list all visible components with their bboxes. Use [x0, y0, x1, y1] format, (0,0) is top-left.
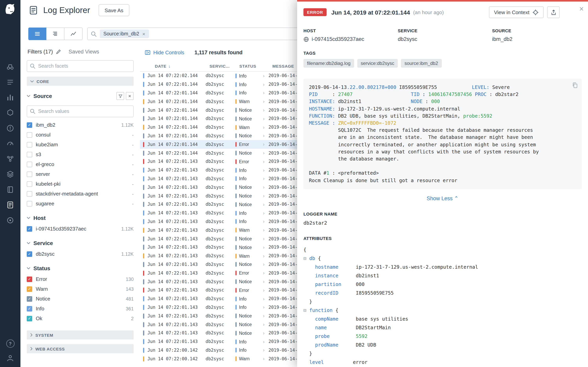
query-filter-chip[interactable]: Source:ibm_db2 × [100, 30, 149, 38]
facet-row[interactable]: server- [27, 169, 134, 179]
attribute-row[interactable]: partition 000 [303, 280, 582, 289]
attribute-row[interactable]: prodName DB2 UDB [303, 341, 582, 349]
facet-checkbox[interactable] [27, 152, 32, 157]
web-access-section-toggle[interactable]: WEB ACCESS [27, 344, 134, 353]
log-status-label: Info [239, 305, 246, 310]
facet-checkbox[interactable] [27, 201, 32, 206]
facet-row[interactable]: ✓Info361 [27, 304, 134, 314]
datadog-logo[interactable] [4, 3, 17, 16]
core-section-toggle[interactable]: CORE [27, 77, 134, 86]
attribute-row[interactable]: } [303, 349, 582, 358]
facet-row[interactable]: ✓Error130 [27, 274, 134, 284]
facet-row[interactable]: s3- [27, 150, 134, 159]
synthetics-icon[interactable] [6, 216, 15, 225]
edit-pencil-icon[interactable] [56, 49, 61, 54]
tab-saved-views[interactable]: Saved Views [69, 49, 99, 55]
facet-checkbox[interactable]: ✓ [27, 226, 32, 232]
search-values-input[interactable] [27, 105, 134, 117]
facet-checkbox[interactable]: ✓ [27, 296, 32, 301]
facet-row[interactable]: consul- [27, 130, 134, 140]
facet-checkbox[interactable] [27, 132, 32, 137]
facet-header-status[interactable]: Status [27, 265, 134, 271]
apm-icon[interactable] [6, 139, 15, 148]
facet-checkbox[interactable]: ✓ [27, 276, 32, 282]
attribute-row[interactable]: name DB2StartMain [303, 323, 582, 332]
show-less-button[interactable]: Show Less ⌃ [303, 195, 582, 201]
infrastructure-icon[interactable] [6, 108, 15, 117]
remove-filter-icon[interactable]: × [142, 31, 145, 36]
service-value[interactable]: db2sysc [398, 36, 417, 42]
view-in-context-button[interactable]: View in Context [489, 6, 544, 18]
pattern-view-button[interactable] [46, 27, 64, 40]
help-icon[interactable]: ? [6, 340, 14, 348]
graph-view-button[interactable] [64, 27, 82, 40]
search-icon [91, 31, 97, 37]
column-header-service[interactable]: SERVIC... [209, 64, 239, 68]
attribute-row[interactable]: ⊟ function { [303, 306, 582, 315]
user-icon[interactable] [6, 354, 15, 362]
close-icon[interactable]: × [579, 5, 584, 13]
share-button[interactable] [547, 6, 560, 18]
facet-row[interactable]: sugaree- [27, 199, 134, 209]
facet-checkbox[interactable] [27, 191, 32, 196]
logs-icon[interactable] [6, 200, 15, 209]
facet-checkbox[interactable]: ✓ [27, 316, 32, 321]
facet-header-host[interactable]: Host [27, 215, 134, 221]
dashboards-icon[interactable] [6, 93, 15, 102]
monitors-icon[interactable] [6, 124, 15, 133]
facet-checkbox[interactable]: ✓ [27, 306, 32, 311]
column-header-date[interactable]: DATE ↓ [151, 64, 209, 68]
facet-header-service[interactable]: Service [27, 240, 134, 246]
facet-row[interactable]: kube2iam- [27, 140, 134, 150]
tag-chip[interactable]: source:ibm_db2 [401, 59, 442, 68]
facet-row[interactable]: ✓Warn143 [27, 284, 134, 294]
column-header-status[interactable]: STATUS [239, 64, 267, 68]
attribute-row[interactable]: level error [303, 358, 582, 367]
facet-checkbox[interactable] [27, 142, 32, 147]
host-value[interactable]: i-097415cd359237aec [312, 36, 364, 42]
tag-chip[interactable]: filename:db2diag.log [303, 59, 354, 68]
filter-facet-icon[interactable] [116, 92, 124, 100]
facet-checkbox[interactable] [27, 171, 32, 177]
events-icon[interactable] [6, 78, 15, 87]
attribute-row[interactable]: recordID I85955059E755 [303, 289, 582, 297]
tag-chip[interactable]: service:db2sysc [357, 59, 398, 68]
facet-row[interactable]: ✓Notice481 [27, 294, 134, 304]
hide-controls-button[interactable]: Hide Controls [145, 50, 184, 56]
attribute-row[interactable]: instance db2inst1 [303, 271, 582, 280]
facet-header-source[interactable]: Source × [27, 92, 134, 100]
facet-row[interactable]: ✓Ok2 [27, 314, 134, 323]
system-section-toggle[interactable]: SYSTEM [27, 330, 134, 340]
facet-row[interactable]: ✓i-097415cd359237aec1.12K [27, 224, 134, 234]
facet-row[interactable]: ✓ibm_db21.12K [27, 120, 134, 130]
facet-row[interactable]: ✓db2sysc1.12K [27, 249, 134, 259]
containers-icon[interactable] [6, 170, 15, 179]
facet-checkbox[interactable] [27, 181, 32, 187]
copy-icon[interactable] [572, 82, 578, 90]
status-color-bar [235, 219, 237, 224]
attribute-row[interactable]: hostname ip-172-31-7-129.us-west-2.compu… [303, 263, 582, 271]
attribute-row[interactable]: ⊟ db { [303, 254, 582, 263]
save-as-button[interactable]: Save As [99, 4, 129, 16]
facet-checkbox[interactable]: ✓ [27, 122, 32, 128]
attribute-row[interactable]: } [303, 297, 582, 306]
attribute-row[interactable]: compName base sys utilities [303, 315, 582, 323]
facet-row[interactable]: stackdriver-metadata-agent- [27, 189, 134, 199]
facet-checkbox[interactable]: ✓ [27, 286, 32, 292]
facet-checkbox[interactable]: ✓ [27, 251, 32, 257]
attribute-row[interactable]: { [303, 245, 582, 254]
service-map-icon[interactable] [6, 155, 15, 163]
facet-row[interactable]: kubelet-pki- [27, 179, 134, 189]
tab-filters[interactable]: Filters (17) [27, 49, 61, 55]
notebooks-icon[interactable] [6, 185, 15, 194]
log-status-label: Info [239, 296, 246, 301]
attribute-row[interactable]: probe 5592 [303, 332, 582, 341]
facet-checkbox[interactable] [27, 161, 32, 167]
exclude-facet-icon[interactable]: × [126, 92, 134, 100]
list-view-button[interactable] [28, 27, 46, 40]
source-value[interactable]: ibm_db2 [492, 36, 513, 42]
search-facets-input[interactable] [27, 60, 134, 72]
facet-row[interactable]: el-greco- [27, 159, 134, 169]
show-less-label: Show Less [427, 195, 453, 201]
watchdog-icon[interactable] [6, 63, 15, 71]
